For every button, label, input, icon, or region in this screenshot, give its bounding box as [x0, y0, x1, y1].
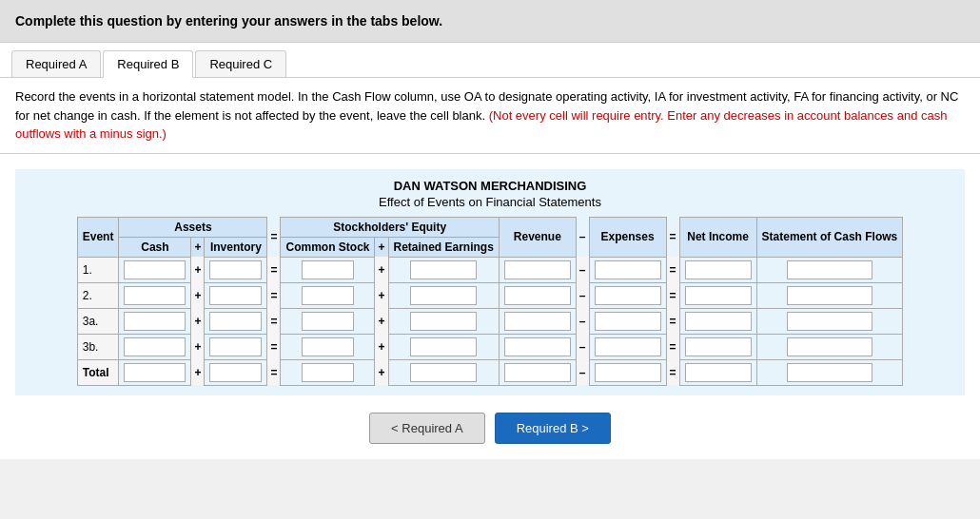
input-inventory-2[interactable] [209, 286, 262, 305]
input-net-income-2[interactable] [685, 286, 752, 305]
input-common-stock-total[interactable] [302, 363, 354, 382]
input-expenses-3a[interactable] [595, 312, 661, 331]
cell-expenses-3b[interactable] [589, 334, 666, 359]
col-header-cash: Cash [119, 237, 191, 257]
cell-retained-earnings-3a[interactable] [388, 308, 499, 334]
cell-retained-earnings-total[interactable] [388, 359, 499, 385]
input-expenses-2[interactable] [595, 286, 661, 305]
input-common-stock-2[interactable] [302, 286, 354, 305]
eq-op2-3a: = [666, 308, 679, 334]
cell-common-stock-3a[interactable] [281, 308, 375, 334]
cell-inventory-3b[interactable] [205, 334, 267, 359]
cell-common-stock-1[interactable] [281, 257, 375, 282]
input-cash-flows-3a[interactable] [787, 312, 872, 331]
input-cash-flows-3b[interactable] [787, 337, 872, 356]
cell-revenue-3b[interactable] [499, 334, 576, 359]
cell-common-stock-3b[interactable] [281, 334, 375, 359]
content-area: DAN WATSON MERCHANDISING Effect of Event… [0, 154, 980, 459]
row-label-1: 1. [77, 257, 119, 282]
input-cash-total[interactable] [124, 363, 186, 382]
input-common-stock-3b[interactable] [302, 337, 354, 356]
input-cash-flows-1[interactable] [787, 260, 872, 279]
cell-inventory-total[interactable] [205, 359, 267, 385]
cell-cash-flows-3a[interactable] [756, 308, 903, 334]
minus-op-3a: – [576, 308, 589, 334]
input-cash-2[interactable] [124, 286, 186, 305]
cell-net-income-3a[interactable] [679, 308, 756, 334]
input-expenses-1[interactable] [595, 260, 661, 279]
input-revenue-3a[interactable] [504, 312, 571, 331]
input-common-stock-3a[interactable] [302, 312, 354, 331]
cell-cash-flows-3b[interactable] [756, 334, 903, 359]
col-header-se: Stockholders' Equity [281, 217, 499, 237]
cell-cash-flows-2[interactable] [756, 282, 903, 308]
instructions: Record the events in a horizontal statem… [0, 78, 980, 154]
input-cash-3a[interactable] [124, 312, 186, 331]
eq-op2-1: = [666, 257, 679, 282]
eq-op-1: = [267, 257, 281, 282]
prev-button[interactable]: < Required A [369, 413, 485, 444]
input-revenue-2[interactable] [504, 286, 571, 305]
plus-op2-1: + [375, 257, 388, 282]
cell-expenses-2[interactable] [589, 282, 666, 308]
input-revenue-3b[interactable] [504, 337, 571, 356]
input-inventory-3b[interactable] [209, 337, 262, 356]
input-retained-earnings-2[interactable] [410, 286, 477, 305]
input-net-income-1[interactable] [685, 260, 752, 279]
cell-inventory-1[interactable] [205, 257, 267, 282]
input-cash-1[interactable] [124, 260, 186, 279]
cell-cash-1[interactable] [119, 257, 191, 282]
input-inventory-1[interactable] [209, 260, 262, 279]
plus-sign-1: + [191, 237, 205, 257]
cell-net-income-total[interactable] [679, 359, 756, 385]
cell-revenue-total[interactable] [499, 359, 576, 385]
input-revenue-total[interactable] [504, 363, 571, 382]
cell-cash-3b[interactable] [119, 334, 191, 359]
input-cash-flows-2[interactable] [787, 286, 872, 305]
cell-cash-total[interactable] [119, 359, 191, 385]
cell-revenue-1[interactable] [499, 257, 576, 282]
table-row: 1. + = + – = [77, 257, 903, 282]
input-expenses-3b[interactable] [595, 337, 661, 356]
input-retained-earnings-3b[interactable] [410, 337, 477, 356]
cell-revenue-2[interactable] [499, 282, 576, 308]
cell-cash-flows-1[interactable] [756, 257, 903, 282]
cell-expenses-total[interactable] [589, 359, 666, 385]
input-common-stock-1[interactable] [302, 260, 354, 279]
next-button[interactable]: Required B > [495, 413, 611, 444]
input-retained-earnings-1[interactable] [410, 260, 477, 279]
input-expenses-total[interactable] [595, 363, 661, 382]
cell-expenses-3a[interactable] [589, 308, 666, 334]
cell-cash-2[interactable] [119, 282, 191, 308]
cell-retained-earnings-1[interactable] [388, 257, 499, 282]
cell-expenses-1[interactable] [589, 257, 666, 282]
cell-retained-earnings-2[interactable] [388, 282, 499, 308]
tab-required-b[interactable]: Required B [103, 50, 193, 78]
tab-required-c[interactable]: Required C [195, 50, 286, 77]
eq-op-3b: = [267, 334, 281, 359]
cell-common-stock-total[interactable] [281, 359, 375, 385]
cell-net-income-3b[interactable] [679, 334, 756, 359]
cell-inventory-3a[interactable] [205, 308, 267, 334]
input-net-income-3b[interactable] [685, 337, 752, 356]
cell-cash-flows-total[interactable] [756, 359, 903, 385]
tab-required-a[interactable]: Required A [11, 50, 101, 77]
plus-sign-2: + [375, 237, 388, 257]
input-inventory-3a[interactable] [209, 312, 262, 331]
cell-common-stock-2[interactable] [281, 282, 375, 308]
input-net-income-total[interactable] [685, 363, 752, 382]
input-net-income-3a[interactable] [685, 312, 752, 331]
cell-retained-earnings-3b[interactable] [388, 334, 499, 359]
input-retained-earnings-total[interactable] [410, 363, 477, 382]
input-retained-earnings-3a[interactable] [410, 312, 477, 331]
eq-op2-total: = [666, 359, 679, 385]
cell-inventory-2[interactable] [205, 282, 267, 308]
cell-net-income-2[interactable] [679, 282, 756, 308]
input-cash-flows-total[interactable] [787, 363, 872, 382]
input-cash-3b[interactable] [124, 337, 186, 356]
input-revenue-1[interactable] [504, 260, 571, 279]
cell-cash-3a[interactable] [119, 308, 191, 334]
input-inventory-total[interactable] [209, 363, 262, 382]
cell-revenue-3a[interactable] [499, 308, 576, 334]
cell-net-income-1[interactable] [679, 257, 756, 282]
